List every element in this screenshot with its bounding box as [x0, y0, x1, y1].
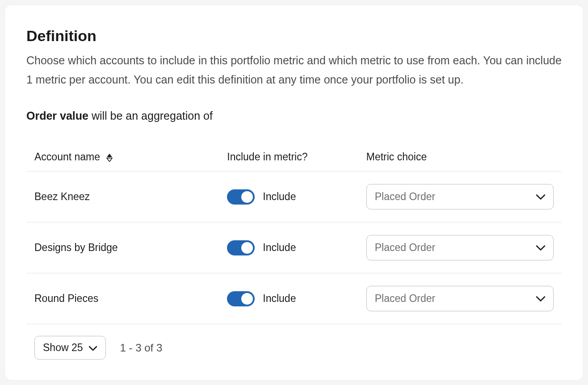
column-header-account[interactable]: Account name [26, 145, 219, 172]
include-toggle[interactable] [227, 240, 255, 255]
aggregation-line: Order value will be an aggregation of [26, 109, 562, 122]
chevron-down-icon [88, 342, 97, 354]
include-toggle[interactable] [227, 291, 255, 306]
include-toggle-label: Include [263, 191, 296, 203]
aggregation-suffix: will be an aggregation of [88, 109, 213, 122]
sort-icon[interactable] [106, 154, 113, 162]
page-description: Choose which accounts to include in this… [26, 51, 562, 89]
column-header-metric: Metric choice [358, 145, 562, 172]
page-size-select[interactable]: Show 25 [34, 336, 106, 360]
include-toggle[interactable] [227, 189, 255, 205]
table-row: Round Pieces Include Placed Order [26, 273, 562, 324]
include-toggle-label: Include [263, 242, 296, 254]
pagination-range: 1 - 3 of 3 [120, 342, 163, 354]
table-footer: Show 25 1 - 3 of 3 [26, 336, 562, 360]
account-name-cell: Designs by Bridge [26, 222, 219, 273]
page-size-label: Show 25 [43, 342, 83, 354]
metric-select[interactable]: Placed Order [366, 235, 554, 260]
aggregation-metric-name: Order value [26, 109, 88, 122]
table-row: Designs by Bridge Include Placed Order [26, 222, 562, 273]
accounts-table: Account name Include in metric? Metric c… [26, 145, 562, 324]
column-header-include: Include in metric? [219, 145, 358, 172]
metric-select[interactable]: Placed Order [366, 184, 554, 209]
metric-select[interactable]: Placed Order [366, 286, 554, 311]
page-title: Definition [26, 27, 562, 45]
column-header-account-label: Account name [34, 151, 100, 163]
table-row: Beez Kneez Include Placed Order [26, 172, 562, 222]
include-toggle-label: Include [263, 293, 296, 305]
account-name-cell: Round Pieces [26, 273, 219, 324]
definition-card: Definition Choose which accounts to incl… [4, 4, 584, 381]
account-name-cell: Beez Kneez [26, 172, 219, 222]
